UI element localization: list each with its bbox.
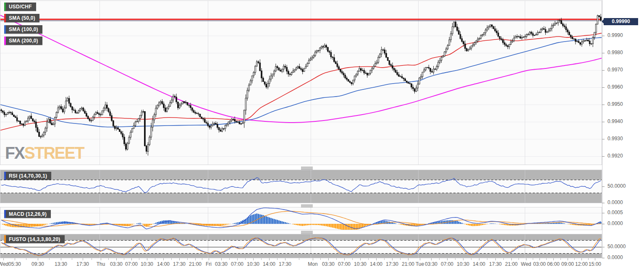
trading-chart-app: 0.99900.99800.99700.99600.99500.99400.99… [0,0,644,270]
instrument-badge[interactable]: USD/CHF [4,3,36,11]
rsi-indicator-badge[interactable]: RSI (14,70,30,1) [4,172,51,180]
instrument-label: USD/CHF [6,3,36,11]
logo-street: STREET [24,143,84,163]
macd-label: MACD (12,26,9) [6,210,51,218]
panel-resize-handle[interactable] [301,231,313,234]
panel-resize-handle[interactable] [301,204,313,207]
sma200-badge[interactable]: SMA (200,0) [4,37,42,45]
fusto-indicator-badge[interactable]: FUSTO (14,3,3,80,20) [4,235,65,243]
sma100-label: SMA (100,0) [6,25,42,34]
sma50-badge[interactable]: SMA (50,0) [4,14,39,22]
logo-fx: FX [5,143,24,163]
fxstreet-logo: FXSTREET [5,143,84,163]
sma50-label: SMA (50,0) [6,14,39,22]
sma200-label: SMA (200,0) [6,37,42,45]
panel-resize-handle[interactable] [301,167,313,170]
last-price-badge: 0.99990 [604,18,638,25]
fusto-label: FUSTO (14,3,3,80,20) [6,235,65,243]
last-price-value: 0.99990 [612,18,630,24]
chart-canvas[interactable] [0,0,644,270]
macd-indicator-badge[interactable]: MACD (12,26,9) [4,210,51,218]
rsi-label: RSI (14,70,30,1) [6,172,51,180]
sma100-badge[interactable]: SMA (100,0) [4,25,42,34]
